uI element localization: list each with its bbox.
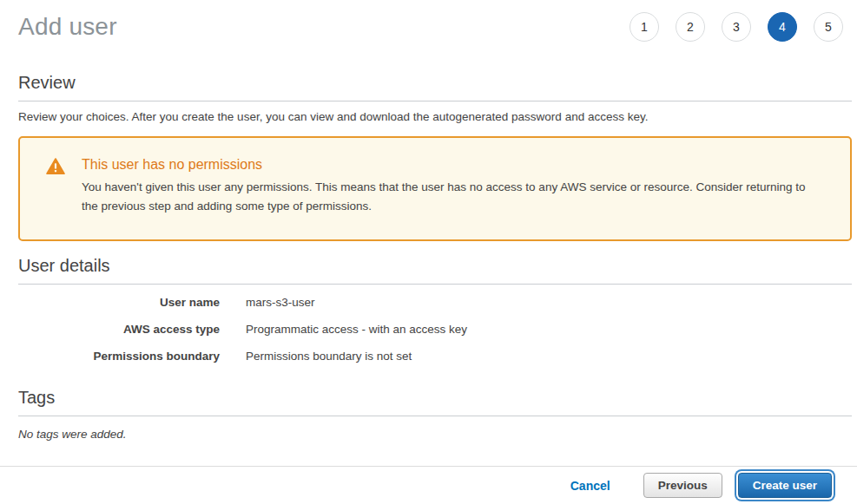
step-1[interactable]: 1 <box>630 12 659 42</box>
user-name-label: User name <box>18 295 220 311</box>
warning-body: You haven't given this user any permissi… <box>82 178 819 215</box>
review-section: Review Review your choices. After you cr… <box>18 73 852 123</box>
wizard-header: Add user 1 2 3 4 5 <box>0 0 857 42</box>
wizard-footer: Cancel Previous Create user <box>0 466 857 504</box>
tags-empty-text: No tags were added. <box>18 428 852 441</box>
warning-title: This user has no permissions <box>82 157 819 173</box>
cancel-link[interactable]: Cancel <box>570 479 610 493</box>
user-name-value: mars-s3-user <box>246 295 852 311</box>
user-details-section: User details User name mars-s3-user AWS … <box>18 256 852 364</box>
step-indicator: 1 2 3 4 5 <box>630 12 843 42</box>
step-2[interactable]: 2 <box>676 12 705 42</box>
user-details-grid: User name mars-s3-user AWS access type P… <box>18 295 852 364</box>
user-details-heading: User details <box>18 256 852 285</box>
review-description: Review your choices. After you create th… <box>18 110 852 123</box>
page-title: Add user <box>18 13 117 41</box>
create-user-button[interactable]: Create user <box>738 473 832 498</box>
step-5[interactable]: 5 <box>814 12 843 42</box>
step-3[interactable]: 3 <box>722 12 751 42</box>
no-permissions-warning: This user has no permissions You haven't… <box>18 136 852 241</box>
permissions-boundary-value: Permissions boundary is not set <box>246 349 852 364</box>
permissions-boundary-label: Permissions boundary <box>18 349 220 364</box>
warning-text: This user has no permissions You haven't… <box>82 157 819 215</box>
warning-triangle-icon <box>46 157 65 179</box>
review-heading: Review <box>18 73 852 101</box>
step-4-active[interactable]: 4 <box>768 12 797 42</box>
access-type-label: AWS access type <box>18 322 220 337</box>
tags-section: Tags No tags were added. <box>18 388 852 441</box>
tags-heading: Tags <box>18 388 852 416</box>
access-type-value: Programmatic access - with an access key <box>246 322 852 337</box>
previous-button[interactable]: Previous <box>643 473 722 498</box>
